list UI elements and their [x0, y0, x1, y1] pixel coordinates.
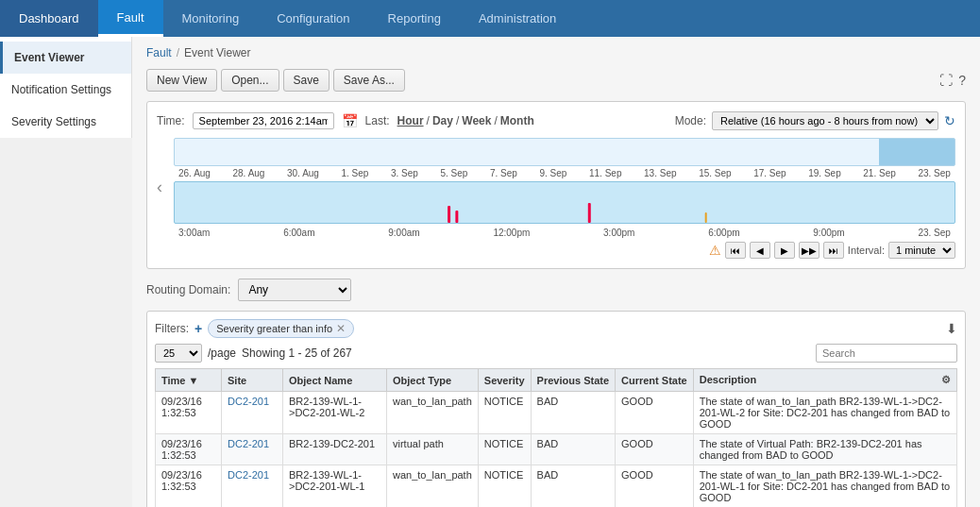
routing-select[interactable]: Any — [238, 279, 351, 301]
svg-rect-1 — [455, 211, 458, 223]
nav-administration[interactable]: Administration — [460, 0, 575, 37]
toolbar: New View Open... Save Save As... ⛶ ? — [146, 69, 966, 92]
cell-curr-2: GOOD — [616, 465, 694, 508]
showing-label: Showing 1 - 25 of 267 — [242, 346, 352, 360]
filter-add-button[interactable]: + — [194, 321, 202, 336]
cell-curr-1: GOOD — [616, 434, 694, 465]
cell-objtype-0: wan_to_lan_path — [387, 392, 479, 434]
timeline-detail[interactable] — [174, 181, 955, 224]
mode-select[interactable]: Relative (16 hours ago - 8 hours from no… — [712, 111, 938, 130]
timeline-times: 3:00am 6:00am 9:00am 12:00pm 3:00pm 6:00… — [174, 228, 955, 238]
time-label: Time: — [157, 114, 185, 127]
tl-next[interactable]: ▶▶ — [799, 242, 819, 259]
site-link-2[interactable]: DC2-201 — [228, 469, 269, 481]
table-row: 09/23/16 1:32:53 DC2-201 BR2-139-WL-1->D… — [156, 392, 957, 434]
pagination-row: 25 /page Showing 1 - 25 of 267 — [155, 344, 957, 363]
tl-prev[interactable]: ◀ — [750, 242, 770, 259]
col-header-object-type: Object Type — [387, 369, 479, 392]
cell-desc-2: The state of wan_to_lan_path BR2-139-WL-… — [693, 465, 956, 508]
sep2: / — [456, 114, 459, 127]
search-input[interactable] — [816, 344, 957, 363]
col-header-object-name: Object Name — [283, 369, 387, 392]
nav-reporting[interactable]: Reporting — [369, 0, 460, 37]
warning-icon: ⚠ — [709, 243, 721, 258]
timeline-controls: ⚠ ⏮ ◀ ▶ ▶▶ ⏭ Interval: 1 minute — [157, 242, 955, 259]
routing-row: Routing Domain: Any — [146, 279, 966, 301]
table-settings-icon[interactable]: ⚙ — [941, 374, 951, 386]
table-row: 09/23/16 1:32:53 DC2-201 BR2-139-WL-1->D… — [156, 465, 957, 508]
breadcrumb-separator: / — [177, 46, 179, 59]
sep3: / — [494, 114, 497, 127]
interval-select[interactable]: 1 minute — [888, 242, 955, 259]
col-header-severity: Severity — [478, 369, 531, 392]
mode-label: Mode: — [675, 114, 706, 127]
help-icon[interactable]: ? — [958, 73, 966, 88]
timeline-overview[interactable] — [174, 138, 955, 166]
site-link-1[interactable]: DC2-201 — [228, 438, 269, 449]
filters-row: Filters: + Severity greater than info ✕ … — [155, 319, 957, 338]
per-page-select[interactable]: 25 — [155, 344, 202, 363]
week-link[interactable]: Week — [462, 114, 491, 127]
new-view-button[interactable]: New View — [146, 69, 217, 92]
timeline-left-arrow[interactable]: ‹ — [157, 166, 162, 209]
top-navigation: Dashboard Fault Monitoring Configuration… — [0, 0, 980, 37]
svg-rect-0 — [448, 206, 450, 223]
nav-fault[interactable]: Fault — [98, 0, 163, 37]
nav-monitoring[interactable]: Monitoring — [163, 0, 259, 37]
tl-skip-back[interactable]: ⏮ — [725, 242, 746, 259]
cell-sev-2: NOTICE — [478, 465, 531, 508]
nav-dashboard[interactable]: Dashboard — [0, 0, 98, 37]
cell-objtype-1: virtual path — [387, 434, 479, 465]
routing-label: Routing Domain: — [146, 283, 230, 296]
page-label: /page — [208, 346, 236, 360]
cell-objname-1: BR2-139-DC2-201 — [283, 434, 387, 465]
filter-chip-remove[interactable]: ✕ — [336, 322, 346, 335]
open-button[interactable]: Open... — [221, 69, 279, 92]
tl-play[interactable]: ▶ — [774, 242, 795, 259]
nav-configuration[interactable]: Configuration — [258, 0, 368, 37]
col-header-prev-state: Previous State — [531, 369, 615, 392]
refresh-icon[interactable]: ↻ — [944, 113, 955, 128]
tl-skip-fwd[interactable]: ⏭ — [823, 242, 844, 259]
day-link[interactable]: Day — [432, 114, 453, 127]
month-link[interactable]: Month — [500, 114, 534, 127]
interval-label: Interval: — [848, 245, 885, 256]
save-as-button[interactable]: Save As... — [333, 69, 405, 92]
sep1: / — [427, 114, 430, 127]
calendar-icon[interactable]: 📅 — [342, 113, 358, 128]
timeline-outer: ‹ 26. Aug 28. Aug 30. Aug 1. Sep 3. Sep … — [157, 138, 955, 238]
table-row: 09/23/16 1:32:53 DC2-201 BR2-139-DC2-201… — [156, 434, 957, 465]
sidebar-item-severity-settings[interactable]: Severity Settings — [0, 106, 131, 138]
cell-desc-0: The state of wan_to_lan_path BR2-139-WL-… — [693, 392, 956, 434]
fullscreen-icon[interactable]: ⛶ — [939, 73, 953, 88]
cell-objname-0: BR2-139-WL-1->DC2-201-WL-2 — [283, 392, 387, 434]
cell-time-1: 09/23/16 1:32:53 — [156, 434, 222, 465]
cell-sev-0: NOTICE — [478, 392, 531, 434]
hour-link[interactable]: Hour — [397, 114, 424, 127]
event-table: Time ▼ Site Object Name Object Type Seve… — [155, 368, 957, 507]
svg-rect-2 — [588, 203, 591, 223]
cell-time-0: 09/23/16 1:32:53 — [156, 392, 222, 434]
sidebar-item-event-viewer[interactable]: Event Viewer — [0, 42, 131, 74]
cell-objname-2: BR2-139-WL-1->DC2-201-WL-1 — [283, 465, 387, 508]
time-links: Hour / Day / Week / Month — [397, 114, 534, 127]
last-label: Last: — [365, 114, 390, 127]
time-input[interactable] — [193, 112, 334, 129]
col-header-site: Site — [222, 369, 283, 392]
col-header-time: Time ▼ — [156, 369, 222, 392]
cell-prev-2: BAD — [531, 465, 615, 508]
breadcrumb: Fault / Event Viewer — [146, 46, 966, 59]
cell-curr-0: GOOD — [616, 392, 694, 434]
col-header-curr-state: Current State — [616, 369, 694, 392]
site-link-0[interactable]: DC2-201 — [228, 396, 269, 407]
filter-chip: Severity greater than info ✕ — [208, 319, 354, 338]
save-button[interactable]: Save — [283, 69, 329, 92]
sidebar-item-notification-settings[interactable]: Notification Settings — [0, 74, 131, 106]
breadcrumb-fault[interactable]: Fault — [146, 46, 172, 59]
svg-rect-3 — [705, 212, 707, 223]
cell-site-1: DC2-201 — [222, 434, 283, 465]
timeline-dates: 26. Aug 28. Aug 30. Aug 1. Sep 3. Sep 5.… — [174, 168, 955, 178]
download-icon[interactable]: ⬇ — [946, 321, 957, 336]
filters-label: Filters: — [155, 322, 189, 335]
cell-site-2: DC2-201 — [222, 465, 283, 508]
